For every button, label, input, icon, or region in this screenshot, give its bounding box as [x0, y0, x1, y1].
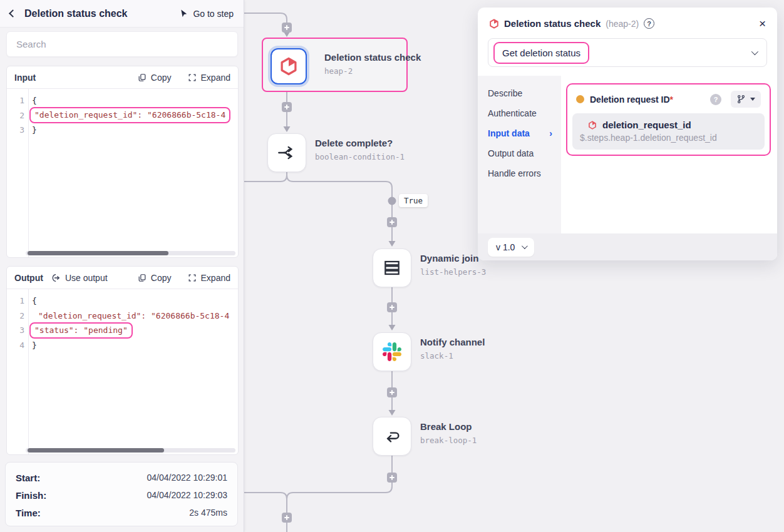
field-value-name: deletion_request_id — [602, 120, 691, 130]
code-line: } — [32, 340, 37, 350]
use-output-button[interactable]: Use output — [51, 273, 108, 283]
node-title: Delete complete? — [315, 138, 405, 148]
horizontal-scrollbar-thumb[interactable] — [28, 448, 164, 453]
heap-icon — [489, 19, 499, 29]
deletion-request-id-field-group: Deletion request ID* ? — [566, 83, 771, 156]
close-icon[interactable]: × — [759, 18, 766, 29]
workflow-node-slack-1[interactable]: Notify channel slack-1 — [373, 332, 523, 371]
list-icon — [382, 258, 402, 278]
properties-title: Deletion status check — [504, 18, 601, 29]
properties-footer: v 1.0 — [478, 233, 777, 260]
copy-icon — [138, 274, 147, 282]
line-number: 1 — [7, 296, 24, 305]
input-panel: Input Copy Expand 1{ 2"de — [6, 66, 239, 258]
active-tab-arrow-icon: › — [549, 128, 552, 138]
workflow-node-heap-2[interactable]: Deletion status check heap-2 — [262, 38, 408, 92]
step-properties-panel: Deletion status check (heap-2) ? × Get d… — [478, 8, 777, 260]
output-panel: Output Use output Copy — [6, 266, 239, 455]
heap-icon — [279, 57, 298, 76]
line-number: 2 — [7, 111, 24, 120]
use-output-icon — [51, 273, 61, 283]
branch-icon — [736, 95, 746, 104]
field-value-box[interactable]: deletion_request_id $.steps.heap-1.delet… — [572, 113, 765, 150]
code-line: { — [32, 296, 37, 305]
sidebar-header: Deletion status check Go to step — [0, 0, 244, 28]
node-title: Notify channel — [420, 337, 485, 347]
debug-sidebar: Deletion status check Go to step Input C… — [0, 0, 244, 532]
expand-icon — [188, 274, 197, 282]
input-json-editor[interactable]: 1{ 2"deletion_request_id": "6206866b-5c1… — [7, 89, 238, 257]
add-step-button[interactable] — [282, 23, 292, 33]
horizontal-scrollbar-track[interactable] — [26, 448, 235, 453]
tab-authenticate[interactable]: Authenticate — [488, 103, 552, 123]
add-step-button[interactable] — [387, 302, 397, 312]
horizontal-scrollbar-track[interactable] — [26, 251, 235, 255]
add-step-button[interactable] — [387, 387, 397, 397]
expand-button[interactable]: Expand — [188, 273, 230, 283]
node-title: Deletion status check — [324, 52, 421, 63]
code-line: "deletion_request_id": "6206866b-5c18-4 — [38, 311, 229, 320]
search-input[interactable] — [6, 31, 238, 57]
expand-button[interactable]: Expand — [188, 73, 230, 83]
caret-down-icon — [750, 98, 755, 101]
help-icon[interactable]: ? — [644, 18, 654, 29]
node-step-id: list-helpers-3 — [420, 267, 486, 277]
step-title: Deletion status check — [24, 8, 128, 19]
field-help-icon[interactable]: ? — [710, 94, 721, 105]
run-info-panel: Start: 04/04/2022 10:29:01 Finish: 04/04… — [5, 462, 238, 526]
properties-step-id: (heap-2) — [606, 19, 639, 29]
line-number: 1 — [7, 96, 24, 105]
workflow-node-boolean-condition-1[interactable]: Delete complete? boolean-condition-1 — [267, 133, 418, 172]
add-step-button[interactable] — [387, 473, 397, 483]
run-info-row: Finish: 04/04/2022 10:29:03 — [16, 486, 227, 504]
node-step-id: break-loop-1 — [420, 436, 477, 445]
jsonpath-mode-button[interactable] — [731, 91, 761, 108]
properties-header: Deletion status check (heap-2) ? × — [478, 8, 777, 36]
chevron-down-icon — [522, 243, 528, 249]
run-info-row: Time: 2s 475ms — [16, 504, 227, 521]
field-label: Deletion request ID* — [590, 95, 673, 105]
branch-label-true: True — [399, 194, 428, 207]
line-number: 2 — [7, 311, 24, 320]
operation-value: Get deletion status — [493, 42, 589, 64]
go-to-step-button[interactable]: Go to step — [179, 9, 234, 19]
heap-icon — [588, 121, 597, 130]
node-step-id: slack-1 — [420, 351, 485, 361]
node-title: Dynamic join — [420, 253, 486, 263]
line-number: 3 — [7, 125, 24, 135]
tab-describe[interactable]: Describe — [488, 83, 552, 103]
node-step-id: heap-2 — [324, 66, 421, 76]
operation-select[interactable]: Get deletion status — [488, 38, 767, 67]
code-line: { — [32, 96, 37, 105]
cursor-pointer-icon — [179, 9, 188, 18]
break-loop-icon — [381, 426, 403, 447]
chevron-down-icon — [751, 48, 758, 55]
version-select[interactable]: v 1.0 — [488, 238, 534, 257]
properties-nav: Describe Authenticate Input data › Outpu… — [478, 76, 561, 233]
tab-output-data[interactable]: Output data — [488, 143, 552, 163]
add-step-button[interactable] — [387, 217, 397, 227]
add-step-button[interactable] — [282, 513, 292, 523]
selected-node-ring — [268, 46, 309, 87]
output-json-editor[interactable]: 1{ 2"deletion_request_id": "6206866b-5c1… — [7, 289, 238, 454]
tab-input-data[interactable]: Input data › — [488, 123, 552, 143]
input-panel-title: Input — [14, 73, 36, 83]
workflow-node-break-loop-1[interactable]: Break Loop break-loop-1 — [373, 417, 523, 456]
add-step-button[interactable] — [282, 102, 292, 112]
field-status-dot — [576, 95, 584, 103]
node-step-id: boolean-condition-1 — [315, 152, 405, 161]
highlighted-code: "deletion_request_id": "6206866b-5c18-4 — [29, 107, 230, 123]
expand-icon — [188, 73, 197, 82]
slack-icon — [383, 342, 401, 361]
tab-handle-errors[interactable]: Handle errors — [488, 163, 552, 183]
highlighted-code: "status": "pending" — [29, 322, 133, 339]
line-number: 3 — [7, 325, 24, 335]
copy-button[interactable]: Copy — [138, 273, 172, 283]
copy-icon — [138, 73, 147, 82]
boolean-branch-icon — [276, 142, 297, 163]
node-title: Break Loop — [420, 421, 477, 432]
output-panel-title: Output — [14, 273, 43, 283]
horizontal-scrollbar-thumb[interactable] — [28, 251, 168, 255]
copy-button[interactable]: Copy — [138, 73, 172, 83]
back-icon[interactable] — [9, 9, 17, 18]
